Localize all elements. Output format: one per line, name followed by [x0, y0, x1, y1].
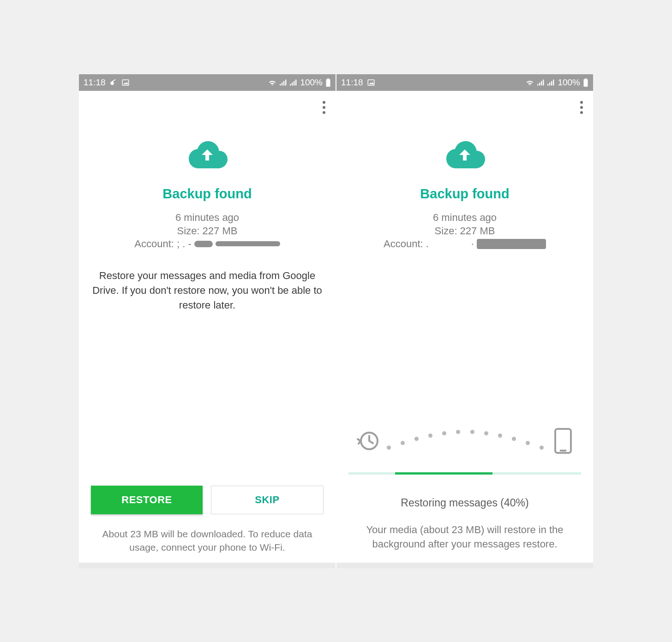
battery-icon [325, 78, 331, 87]
redacted-account: . · [426, 238, 546, 250]
svg-marker-16 [369, 82, 374, 84]
svg-rect-5 [280, 84, 281, 85]
status-bar: 11:18 100% [79, 74, 336, 91]
svg-rect-18 [539, 83, 540, 85]
svg-rect-11 [294, 81, 294, 85]
svg-rect-12 [295, 79, 296, 85]
app-bar [336, 91, 593, 124]
more-options-icon[interactable] [580, 101, 583, 114]
svg-rect-2 [114, 79, 115, 81]
svg-rect-25 [585, 78, 587, 79]
svg-rect-3 [122, 80, 129, 85]
svg-rect-6 [282, 83, 282, 85]
backup-size: Size: 227 MB [177, 224, 238, 238]
clock-text: 11:18 [84, 77, 106, 88]
key-icon [109, 78, 118, 87]
backup-timestamp: 6 minutes ago [175, 211, 239, 225]
svg-rect-17 [537, 84, 538, 85]
cloud-upload-icon [444, 140, 486, 170]
page-title: Backup found [420, 186, 509, 202]
phone-left: 11:18 100% Backup found 6 minutes ago [79, 74, 336, 568]
main-content: Backup found 6 minutes ago Size: 227 MB … [79, 124, 336, 486]
main-content: Backup found 6 minutes ago Size: 227 MB … [336, 124, 593, 427]
svg-rect-22 [549, 83, 550, 85]
signal-icon [537, 79, 545, 86]
bottom-strip [79, 563, 336, 568]
battery-text: 100% [300, 77, 323, 88]
signal-icon [280, 79, 287, 86]
wifi-icon [268, 79, 277, 86]
page-title: Backup found [162, 186, 252, 202]
svg-rect-28 [555, 429, 571, 453]
image-icon [121, 78, 130, 87]
restore-note: Your media (about 23 MB) will restore in… [336, 523, 593, 563]
skip-button[interactable]: SKIP [211, 486, 324, 514]
history-icon [357, 429, 380, 452]
progress-bar [348, 472, 581, 475]
svg-rect-13 [327, 78, 329, 79]
battery-icon [583, 78, 588, 87]
backup-timestamp: 6 minutes ago [433, 211, 497, 225]
svg-rect-20 [543, 79, 544, 85]
svg-rect-21 [547, 84, 548, 85]
account-row: Account: ; . - [134, 238, 280, 250]
bottom-section: Restoring messages (40%) [336, 427, 593, 523]
svg-rect-19 [541, 81, 542, 85]
svg-rect-10 [292, 83, 293, 85]
svg-rect-7 [283, 81, 284, 85]
wifi-icon [525, 79, 534, 86]
svg-rect-24 [553, 79, 554, 85]
account-row: Account: . · [384, 238, 546, 250]
redacted-account: ; . - [177, 238, 280, 250]
transfer-dots [380, 427, 553, 455]
progress-fill [395, 472, 493, 475]
download-note: About 23 MB will be downloaded. To reduc… [91, 527, 324, 554]
restore-button[interactable]: RESTORE [91, 486, 203, 514]
svg-rect-14 [326, 79, 330, 86]
svg-rect-26 [584, 79, 588, 86]
cloud-upload-icon [186, 140, 228, 170]
more-options-icon[interactable] [323, 101, 325, 114]
transfer-graphic [348, 427, 581, 455]
signal-icon [290, 79, 297, 86]
svg-rect-9 [290, 84, 291, 85]
status-bar: 11:18 100% [336, 74, 593, 91]
app-bar [79, 91, 336, 124]
svg-marker-4 [123, 82, 128, 84]
account-label: Account: [134, 238, 174, 250]
clock-text: 11:18 [341, 77, 363, 88]
bottom-section: RESTORE SKIP About 23 MB will be downloa… [79, 486, 336, 563]
svg-rect-23 [551, 81, 552, 85]
restore-description: Restore your messages and media from Goo… [88, 268, 326, 313]
bottom-strip [336, 563, 593, 568]
account-label: Account: [384, 238, 423, 250]
phone-icon [553, 428, 573, 454]
backup-size: Size: 227 MB [435, 224, 495, 238]
svg-rect-15 [368, 80, 374, 85]
svg-rect-8 [285, 79, 286, 85]
signal-icon [547, 79, 555, 86]
phone-right: 11:18 100% Backup found 6 minutes ago Si… [336, 74, 593, 568]
screenshot-pair: 11:18 100% Backup found 6 minutes ago [79, 74, 593, 568]
image-icon [367, 78, 375, 87]
restoring-status: Restoring messages (40%) [348, 497, 581, 509]
battery-text: 100% [558, 77, 580, 88]
